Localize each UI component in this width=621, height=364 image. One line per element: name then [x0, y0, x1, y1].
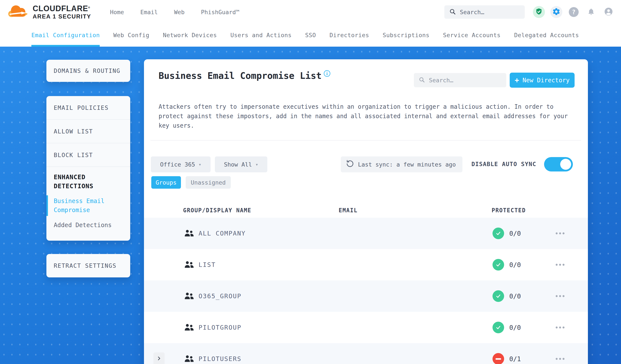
last-sync-status[interactable]: Last sync: a few minutes ago	[341, 156, 462, 172]
row-actions-menu[interactable]	[556, 264, 565, 266]
tab-web-config[interactable]: Web Config	[113, 24, 149, 47]
toggle-knob	[560, 159, 571, 170]
sidebar-section-enhanced-detections: ENHANCED DETECTIONS Business Email Compr…	[46, 167, 130, 230]
column-email: EMAIL	[339, 207, 358, 214]
gear-icon	[552, 8, 560, 17]
protected-count: 0/0	[509, 230, 521, 237]
cloudflare-logo[interactable]: CLOUDFLARE® AREA 1 SECURITY	[7, 3, 91, 21]
cloudflare-cloud-icon	[7, 3, 30, 21]
question-mark-icon: ?	[569, 7, 579, 17]
table-row-list[interactable]: LIST 0/0	[144, 249, 588, 280]
show-filter-value: Show All	[224, 161, 252, 168]
directory-filter-dropdown[interactable]: Office 365 ▾	[151, 156, 211, 172]
account-button[interactable]	[603, 6, 615, 18]
brand-subtitle: AREA 1 SECURITY	[33, 14, 91, 19]
table-row-all-company[interactable]: ALL COMPANY 0/0	[144, 218, 588, 249]
block-list-label: BLOCK LIST	[54, 152, 93, 158]
row-actions-menu[interactable]	[556, 327, 565, 329]
enhanced-detections-label[interactable]: ENHANCED DETECTIONS	[54, 173, 123, 191]
protected-count: 0/0	[509, 261, 521, 269]
email-policies-label: EMAIL POLICIES	[54, 104, 109, 111]
notifications-button[interactable]	[585, 6, 597, 18]
brand-name: CLOUDFLARE®	[33, 4, 91, 13]
sidebar-item-retract-settings[interactable]: RETRACT SETTINGS	[46, 254, 130, 277]
brand-trademark: ®	[88, 6, 90, 9]
refresh-icon	[346, 160, 354, 169]
tab-unassigned[interactable]: Unassigned	[186, 176, 231, 189]
tab-sso[interactable]: SSO	[305, 24, 316, 47]
tab-groups[interactable]: Groups	[151, 176, 181, 189]
row-actions-menu[interactable]	[556, 232, 565, 234]
column-group-display-name: GROUP/DISPLAY NAME	[183, 207, 251, 214]
group-icon	[184, 355, 194, 363]
directory-filter-value: Office 365	[160, 161, 195, 168]
search-icon	[449, 8, 456, 16]
group-name: O365_GROUP	[199, 293, 242, 300]
tab-network-devices[interactable]: Network Devices	[163, 24, 217, 47]
protection-status-button[interactable]	[533, 6, 545, 18]
global-search-placeholder: Search…	[460, 9, 484, 16]
nav-item-home[interactable]: Home	[110, 9, 124, 16]
settings-button[interactable]	[550, 6, 562, 18]
directory-search-placeholder: Search…	[429, 77, 453, 84]
row-actions-menu[interactable]	[556, 358, 565, 360]
global-search-input[interactable]: Search…	[444, 5, 525, 19]
sidebar-item-added-detections[interactable]: Added Detections	[54, 221, 123, 230]
group-name: PILOTUSERS	[199, 355, 242, 363]
protected-count: 0/0	[509, 324, 521, 331]
page-title: Business Email Compromise List	[159, 70, 331, 81]
bec-list-panel: Business Email Compromise List Search… +…	[144, 59, 588, 364]
sidebar-policies-card: EMAIL POLICIES ALLOW LIST BLOCK LIST ENH…	[46, 96, 130, 241]
group-icon	[184, 229, 194, 238]
tab-email-configuration[interactable]: Email Configuration	[31, 24, 100, 47]
group-icon	[184, 323, 194, 332]
expand-row-button[interactable]	[154, 352, 165, 364]
chevron-down-icon: ▾	[255, 162, 258, 167]
domains-routing-label: DOMAINS & ROUTING	[54, 68, 120, 74]
tab-delegated-accounts[interactable]: Delegated Accounts	[514, 24, 579, 47]
retract-settings-label: RETRACT SETTINGS	[54, 262, 117, 269]
protected-status-badge	[493, 322, 504, 333]
nav-item-web[interactable]: Web	[174, 9, 185, 16]
protected-status-badge	[493, 259, 504, 271]
configuration-tabs: Email Configuration Web Config Network D…	[0, 24, 621, 47]
auto-sync-toggle[interactable]	[544, 157, 573, 172]
table-header: GROUP/DISPLAY NAME EMAIL PROTECTED	[144, 207, 588, 218]
not-protected-status-badge	[493, 353, 504, 364]
group-table: ALL COMPANY 0/0 LIST	[144, 218, 588, 364]
brand-text: CLOUDFLARE® AREA 1 SECURITY	[33, 4, 91, 19]
tab-subscriptions[interactable]: Subscriptions	[383, 24, 430, 47]
table-row-o365-group[interactable]: O365_GROUP 0/0	[144, 280, 588, 312]
tab-users-and-actions[interactable]: Users and Actions	[230, 24, 292, 47]
help-button[interactable]: ?	[568, 6, 580, 18]
protected-status-badge	[493, 290, 504, 302]
directory-search-input[interactable]: Search…	[414, 73, 506, 87]
new-directory-label: New Directory	[523, 77, 570, 84]
table-row-pilotgroup[interactable]: PILOTGROUP 0/0	[144, 312, 588, 343]
show-filter-dropdown[interactable]: Show All ▾	[215, 156, 267, 172]
sidebar-item-allow-list[interactable]: ALLOW LIST	[46, 120, 130, 143]
sidebar-item-email-policies[interactable]: EMAIL POLICIES	[46, 96, 130, 120]
chevron-right-icon	[156, 356, 162, 362]
bell-icon	[587, 8, 595, 16]
group-name: LIST	[199, 261, 216, 268]
row-actions-menu[interactable]	[556, 295, 565, 297]
work-area: DOMAINS & ROUTING EMAIL POLICIES ALLOW L…	[0, 47, 621, 364]
chevron-down-icon: ▾	[199, 162, 201, 167]
page-description: Attackers often try to impersonate execu…	[159, 102, 572, 130]
sidebar-item-block-list[interactable]: BLOCK LIST	[46, 143, 130, 167]
tab-service-accounts[interactable]: Service Accounts	[443, 24, 501, 47]
new-directory-button[interactable]: + New Directory	[510, 73, 575, 88]
info-icon[interactable]	[323, 69, 331, 79]
header-status-icons: ?	[533, 6, 615, 18]
sidebar-item-business-email-compromise[interactable]: Business Email Compromise	[54, 197, 123, 215]
protected-status-badge	[493, 227, 504, 239]
last-sync-text: Last sync: a few minutes ago	[358, 161, 456, 168]
search-icon	[419, 76, 425, 84]
nav-item-phishguard[interactable]: PhishGuard™	[201, 9, 239, 16]
tab-directories[interactable]: Directories	[329, 24, 369, 47]
sidebar-item-domains-routing[interactable]: DOMAINS & ROUTING	[46, 60, 130, 82]
nav-item-email[interactable]: Email	[140, 9, 158, 16]
group-name: PILOTGROUP	[199, 324, 242, 331]
table-row-pilotusers[interactable]: PILOTUSERS 0/1	[144, 343, 588, 364]
